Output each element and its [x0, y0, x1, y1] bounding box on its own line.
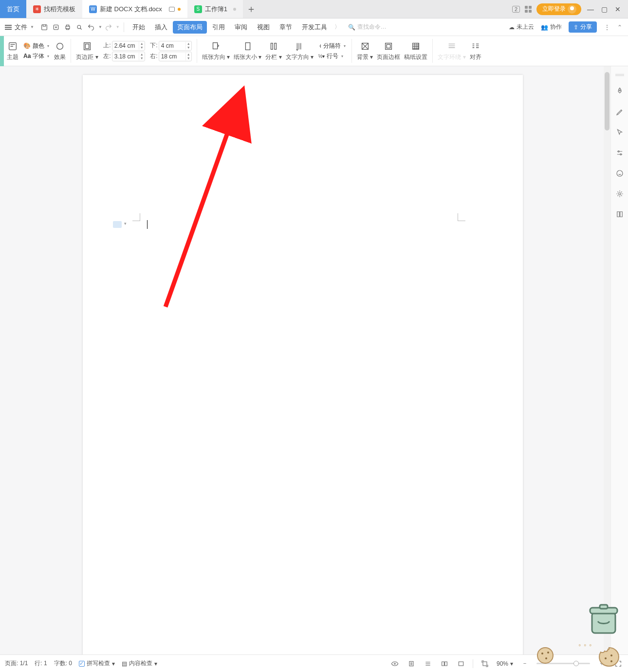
size-button[interactable]: 纸张大小 ▾	[232, 40, 263, 61]
preview-button[interactable]	[74, 22, 85, 33]
tab-section[interactable]: 章节	[275, 21, 296, 34]
cursor-icon[interactable]	[615, 128, 625, 137]
eye-icon[interactable]	[390, 659, 400, 669]
command-search[interactable]: 🔍 查找命令…	[348, 23, 387, 31]
border-icon	[383, 40, 394, 52]
scrollbar-thumb[interactable]	[605, 72, 610, 131]
emoji-icon[interactable]	[615, 168, 625, 178]
margin-right-value: 18 cm	[159, 53, 185, 60]
pen-icon[interactable]	[615, 107, 625, 117]
margin-right-input[interactable]: 18 cm▲▼	[159, 52, 192, 61]
svg-point-28	[547, 652, 549, 653]
columns-label: 分栏 ▾	[265, 53, 281, 61]
page-sheet[interactable]	[83, 75, 523, 654]
more-tabs-icon[interactable]: 〉	[332, 23, 342, 31]
undo-button[interactable]	[86, 22, 96, 33]
text-direction-button[interactable]: 文字方向 ▾	[284, 40, 315, 61]
share-button[interactable]: ⇪分享	[569, 21, 597, 33]
page-view-icon[interactable]	[406, 659, 416, 669]
left-label: 左:	[102, 52, 111, 60]
reading-view-icon[interactable]	[440, 659, 449, 669]
text-wrap-button[interactable]: 文字环绕 ▾	[436, 40, 467, 61]
font-button[interactable]: Aa字体▾	[23, 52, 49, 60]
tab-templates[interactable]: ✳ 找稻壳模板	[26, 0, 82, 18]
svg-point-15	[619, 90, 620, 91]
content-check-toggle[interactable]: ▤内容检查 ▾	[122, 659, 157, 668]
tab-current-doc[interactable]: W 新建 DOCX 文档.docx	[82, 0, 187, 18]
color-button[interactable]: 🎨颜色▾	[23, 42, 49, 50]
undo-caret-icon[interactable]: ▼	[98, 25, 102, 29]
zoom-level[interactable]: 90% ▾	[497, 660, 513, 667]
more-icon[interactable]: ⋮	[604, 23, 610, 31]
book-icon[interactable]	[615, 209, 625, 219]
status-page[interactable]: 页面: 1/1	[5, 659, 28, 668]
margin-top-input[interactable]: 2.64 cm▲▼	[112, 41, 145, 51]
tab-workbook[interactable]: S 工作簿1	[187, 0, 243, 18]
writing-paper-button[interactable]: 稿纸设置	[402, 40, 429, 61]
coop-button[interactable]: 👥协作	[541, 23, 562, 31]
background-button[interactable]: 背景 ▾	[355, 40, 375, 61]
redo-caret-icon[interactable]: ▼	[116, 25, 120, 29]
share-label: 分享	[580, 23, 592, 31]
monitor-icon	[169, 7, 175, 12]
tab-home[interactable]: 首页	[0, 0, 26, 18]
line-number-button[interactable]: ½▾行号▾	[318, 52, 346, 60]
maximize-button[interactable]: ▢	[600, 5, 609, 13]
rocket-icon[interactable]	[615, 87, 625, 96]
section-indicator[interactable]	[113, 221, 122, 228]
sidebar-drag-icon[interactable]	[615, 74, 624, 76]
new-tab-button[interactable]: ＋	[243, 0, 259, 18]
tab-reference[interactable]: 引用	[208, 21, 229, 34]
sliders-icon[interactable]	[615, 148, 625, 158]
page-margin-label: 页边距 ▾	[76, 53, 98, 61]
tab-insert[interactable]: 插入	[150, 21, 172, 34]
zoom-out-button[interactable]: －	[520, 659, 530, 669]
hamburger-icon[interactable]	[5, 25, 12, 30]
zoom-knob[interactable]	[573, 661, 579, 666]
window-count-badge[interactable]: 2	[512, 6, 520, 13]
fit-page-icon[interactable]	[480, 659, 490, 669]
tab-start[interactable]: 开始	[128, 21, 149, 34]
align-button[interactable]: 对齐	[468, 40, 483, 61]
unsaved-dot-icon	[178, 8, 181, 11]
vertical-scrollbar[interactable]	[604, 66, 610, 654]
print-button[interactable]	[62, 22, 73, 33]
svg-point-5	[57, 43, 63, 50]
margin-bottom-input[interactable]: 4 cm▲▼	[159, 41, 192, 51]
orientation-button[interactable]: 纸张方向 ▾	[200, 40, 232, 61]
apps-grid-icon[interactable]	[525, 6, 532, 13]
page-border-button[interactable]: 页面边框	[375, 40, 402, 61]
close-button[interactable]: ✕	[613, 5, 622, 13]
save-button[interactable]	[39, 22, 50, 33]
status-words[interactable]: 字数: 0	[54, 659, 72, 668]
tab-devtools[interactable]: 开发工具	[297, 21, 332, 34]
save-as-button[interactable]	[51, 22, 61, 33]
svg-rect-7	[85, 44, 89, 48]
content-label: 内容检查	[129, 659, 152, 668]
columns-button[interactable]: 分栏 ▾	[263, 40, 283, 61]
theme-button[interactable]: 主题	[5, 40, 20, 61]
cloud-status[interactable]: ☁未上云	[509, 23, 534, 31]
close-dot-icon[interactable]	[233, 8, 236, 11]
tab-workbook-label: 工作簿1	[205, 5, 227, 14]
orientation-icon	[210, 40, 222, 52]
separator-button[interactable]: ⫞分隔符▾	[318, 42, 346, 50]
effect-button[interactable]: 效果	[52, 40, 68, 61]
collapse-ribbon-icon[interactable]: ⌃	[617, 24, 622, 31]
tab-page-layout[interactable]: 页面布局	[173, 21, 207, 34]
gear-icon[interactable]	[615, 189, 625, 199]
tab-view[interactable]: 视图	[253, 21, 274, 34]
status-line[interactable]: 行: 1	[35, 659, 47, 668]
margin-left-input[interactable]: 3.18 cm▲▼	[112, 52, 145, 61]
file-menu[interactable]: 文件▼	[15, 23, 34, 32]
outline-view-icon[interactable]	[423, 659, 433, 669]
minimize-button[interactable]: —	[586, 5, 595, 13]
fire-icon: ✳	[33, 5, 41, 13]
spellcheck-toggle[interactable]: 拼写检查 ▾	[79, 659, 115, 668]
tab-review[interactable]: 审阅	[230, 21, 252, 34]
redo-button[interactable]	[103, 22, 114, 33]
document-workspace[interactable]	[0, 66, 610, 654]
login-button[interactable]: 立即登录	[536, 3, 581, 15]
web-view-icon[interactable]	[456, 659, 466, 669]
page-margin-button[interactable]: 页边距 ▾	[74, 40, 100, 61]
